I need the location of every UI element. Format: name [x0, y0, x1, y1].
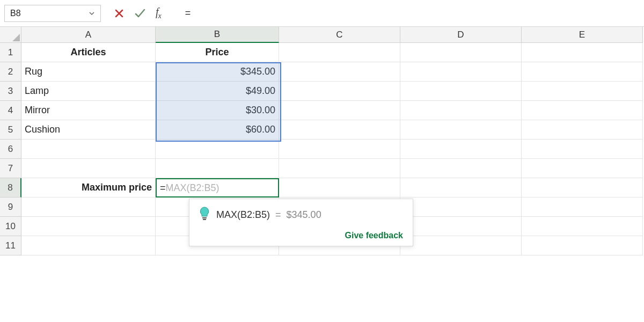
cell-E9[interactable] [522, 197, 643, 217]
cell-B5[interactable]: $60.00 [156, 120, 279, 140]
cell-C8[interactable] [279, 178, 400, 197]
row-header-4[interactable]: 4 [0, 101, 21, 120]
cell-E10[interactable] [522, 217, 643, 236]
cell-D10[interactable] [400, 217, 522, 236]
cell-B8-typed: = [160, 182, 166, 194]
svg-rect-1 [203, 219, 206, 220]
cell-D1[interactable] [400, 43, 522, 62]
cell-E3[interactable] [522, 82, 643, 101]
cell-B7[interactable] [156, 159, 279, 178]
row-header-7[interactable]: 7 [0, 159, 21, 178]
cell-A9[interactable] [21, 197, 156, 217]
cell-B8-suggestion: MAX(B2:B5) [166, 182, 219, 194]
cell-E2[interactable] [522, 62, 643, 82]
cell-E11[interactable] [522, 236, 643, 255]
cell-A7[interactable] [21, 159, 156, 178]
row-header-9[interactable]: 9 [0, 197, 21, 217]
formula-bar-icons: fx [114, 6, 170, 20]
row-header-3[interactable]: 3 [0, 82, 21, 101]
cell-A3[interactable]: Lamp [21, 82, 156, 101]
formula-input[interactable]: = [180, 4, 640, 23]
cell-E6[interactable] [522, 140, 643, 159]
cell-D3[interactable] [400, 82, 522, 101]
col-header-E[interactable]: E [522, 27, 643, 43]
formula-bar: B8 fx = [0, 0, 644, 27]
give-feedback-link[interactable]: Give feedback [199, 231, 403, 240]
cell-A4[interactable]: Mirror [21, 101, 156, 120]
col-header-C[interactable]: C [279, 27, 400, 43]
row-header-1[interactable]: 1 [0, 43, 21, 62]
cell-A2[interactable]: Rug [21, 62, 156, 82]
cell-A10[interactable] [21, 217, 156, 236]
cell-C5[interactable] [279, 120, 400, 140]
cell-E8[interactable] [522, 178, 643, 197]
cell-D5[interactable] [400, 120, 522, 140]
cell-E5[interactable] [522, 120, 643, 140]
cell-C1[interactable] [279, 43, 400, 62]
spreadsheet-grid: A B C D E 1 2 3 4 5 6 7 8 9 10 11 Articl… [0, 27, 644, 322]
formula-suggestion-tooltip: MAX(B2:B5) = $345.00 Give feedback [189, 199, 413, 246]
cell-A1[interactable]: Articles [21, 43, 156, 62]
row-header-6[interactable]: 6 [0, 140, 21, 159]
svg-rect-0 [202, 217, 207, 218]
row-header-2[interactable]: 2 [0, 62, 21, 82]
cell-C2[interactable] [279, 62, 400, 82]
enter-icon[interactable] [134, 8, 146, 19]
cell-E4[interactable] [522, 101, 643, 120]
cell-D2[interactable] [400, 62, 522, 82]
cell-B2[interactable]: $345.00 [156, 62, 279, 82]
chevron-down-icon[interactable] [89, 10, 95, 17]
tooltip-formula: MAX(B2:B5) [216, 209, 270, 220]
cell-B6[interactable] [156, 140, 279, 159]
cancel-icon[interactable] [114, 8, 125, 19]
select-all-corner[interactable] [0, 27, 21, 43]
cell-B4[interactable]: $30.00 [156, 101, 279, 120]
name-box[interactable]: B8 [4, 5, 101, 22]
col-header-A[interactable]: A [21, 27, 156, 43]
row-header-11[interactable]: 11 [0, 236, 21, 255]
cell-D7[interactable] [400, 159, 522, 178]
col-header-B[interactable]: B [156, 27, 279, 43]
cell-C7[interactable] [279, 159, 400, 178]
cell-D11[interactable] [400, 236, 522, 255]
col-header-D[interactable]: D [400, 27, 522, 43]
cell-A5[interactable]: Cushion [21, 120, 156, 140]
formula-input-value: = [185, 8, 191, 19]
cell-C3[interactable] [279, 82, 400, 101]
cell-B1[interactable]: Price [156, 43, 279, 62]
row-header-8[interactable]: 8 [0, 178, 21, 197]
cell-E7[interactable] [522, 159, 643, 178]
cell-B3[interactable]: $49.00 [156, 82, 279, 101]
cell-D4[interactable] [400, 101, 522, 120]
cell-C6[interactable] [279, 140, 400, 159]
row-header-5[interactable]: 5 [0, 120, 21, 140]
cell-D6[interactable] [400, 140, 522, 159]
row-headers: 1 2 3 4 5 6 7 8 9 10 11 [0, 43, 21, 255]
name-box-value: B8 [10, 9, 89, 18]
cell-D9[interactable] [400, 197, 522, 217]
cell-A8[interactable]: Maximum price [21, 178, 156, 197]
cell-A6[interactable] [21, 140, 156, 159]
cell-B8[interactable]: =MAX(B2:B5) [156, 178, 279, 197]
row-header-10[interactable]: 10 [0, 217, 21, 236]
column-headers: A B C D E [21, 27, 643, 43]
lightbulb-icon [199, 207, 210, 223]
tooltip-result: $345.00 [287, 209, 321, 220]
cell-C4[interactable] [279, 101, 400, 120]
cell-D8[interactable] [400, 178, 522, 197]
cell-A11[interactable] [21, 236, 156, 255]
cell-E1[interactable] [522, 43, 643, 62]
tooltip-equals: = [275, 209, 281, 220]
fx-icon[interactable]: fx [156, 6, 161, 20]
